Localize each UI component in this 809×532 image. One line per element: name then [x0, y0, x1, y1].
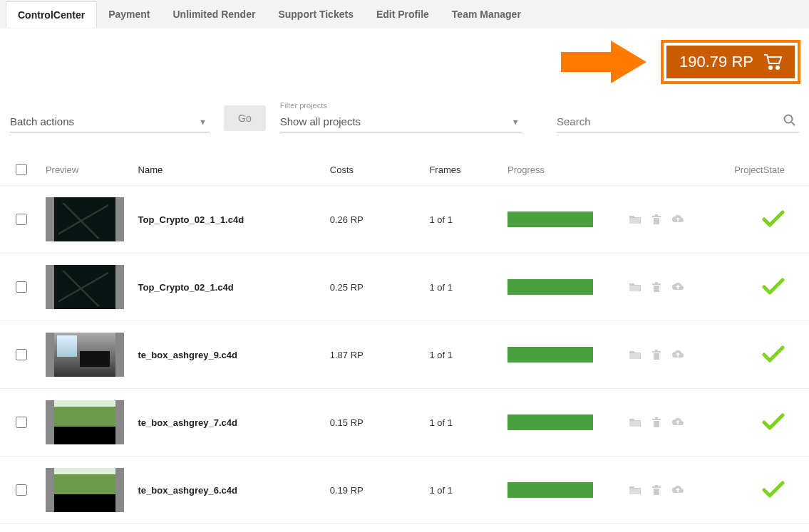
tab-support-tickets[interactable]: Support Tickets	[267, 1, 365, 27]
search-icon[interactable]	[783, 114, 796, 129]
folder-icon[interactable]	[629, 348, 641, 361]
row-checkbox[interactable]	[16, 281, 27, 293]
balance-text: 190.79 RP	[679, 53, 753, 71]
project-costs: 1.87 RP	[330, 350, 430, 360]
filter-projects-dropdown[interactable]: Show all projects ▼	[280, 111, 522, 132]
project-costs: 0.15 RP	[330, 417, 430, 428]
table-body: Top_Crypto_02_1_1.c4d0.26 RP1 of 1Top_Cr…	[0, 186, 809, 524]
table-header: Preview Name Costs Frames Progress Proje…	[0, 154, 809, 186]
progress-bar	[507, 482, 593, 498]
svg-line-4	[792, 122, 795, 126]
preview-thumbnail[interactable]	[46, 468, 124, 512]
progress-bar	[507, 414, 593, 430]
table-row: te_box_ashgrey_6.c4d0.19 RP1 of 1	[0, 457, 809, 524]
project-name: Top_Crypto_02_1.c4d	[138, 282, 330, 293]
preview-thumbnail[interactable]	[46, 333, 124, 377]
project-state-done	[713, 345, 799, 365]
tab-team-manager[interactable]: Team Manager	[440, 1, 532, 27]
select-all-checkbox[interactable]	[16, 164, 27, 175]
col-preview: Preview	[46, 165, 138, 175]
trash-icon[interactable]	[650, 416, 663, 429]
cloud-upload-icon[interactable]	[671, 213, 684, 226]
project-state-done	[713, 277, 799, 298]
svg-point-1	[769, 66, 772, 69]
trash-icon[interactable]	[650, 484, 663, 496]
svg-marker-0	[561, 41, 646, 83]
project-costs: 0.19 RP	[330, 485, 430, 496]
cloud-upload-icon[interactable]	[671, 348, 684, 361]
svg-point-2	[776, 66, 779, 69]
row-checkbox[interactable]	[16, 349, 27, 360]
tab-controlcenter[interactable]: ControlCenter	[6, 1, 97, 28]
batch-actions-label: Batch actions	[10, 115, 74, 127]
folder-icon[interactable]	[629, 416, 641, 429]
go-button[interactable]: Go	[224, 105, 266, 131]
project-frames: 1 of 1	[429, 214, 507, 225]
project-name: Top_Crypto_02_1_1.c4d	[138, 214, 330, 225]
filter-projects-value: Show all projects	[280, 115, 361, 127]
project-state-done	[713, 209, 799, 230]
balance-highlight-box: 190.79 RP	[661, 40, 800, 84]
trash-icon[interactable]	[650, 281, 663, 293]
project-frames: 1 of 1	[429, 417, 507, 428]
col-name: Name	[138, 165, 330, 175]
filter-caption: Filter projects	[280, 101, 522, 110]
table-row: Top_Crypto_02_1_1.c4d0.26 RP1 of 1	[0, 186, 809, 254]
table-row: te_box_ashgrey_7.c4d0.15 RP1 of 1	[0, 389, 809, 457]
svg-point-3	[785, 115, 793, 123]
tabs-bar: ControlCenterPaymentUnlimited RenderSupp…	[0, 0, 809, 28]
trash-icon[interactable]	[650, 348, 663, 361]
chevron-down-icon: ▼	[199, 118, 207, 126]
cloud-upload-icon[interactable]	[671, 281, 684, 293]
balance-row: 190.79 RP	[0, 28, 809, 101]
col-progress: Progress	[507, 165, 629, 175]
preview-thumbnail[interactable]	[46, 400, 124, 444]
batch-actions-group: Batch actions ▼	[10, 111, 210, 132]
project-costs: 0.25 RP	[330, 282, 430, 293]
tab-unlimited-render[interactable]: Unlimited Render	[161, 1, 267, 27]
cart-icon	[763, 54, 782, 70]
preview-thumbnail[interactable]	[46, 197, 124, 241]
filter-projects-group: Filter projects Show all projects ▼	[280, 101, 522, 132]
trash-icon[interactable]	[650, 213, 663, 226]
col-costs: Costs	[330, 165, 430, 175]
batch-actions-dropdown[interactable]: Batch actions ▼	[10, 111, 210, 132]
project-costs: 0.26 RP	[330, 214, 430, 225]
project-frames: 1 of 1	[429, 350, 507, 360]
progress-bar	[507, 347, 593, 363]
row-checkbox[interactable]	[16, 484, 27, 496]
folder-icon[interactable]	[629, 281, 641, 293]
project-name: te_box_ashgrey_7.c4d	[138, 417, 330, 428]
project-name: te_box_ashgrey_6.c4d	[138, 485, 330, 496]
annotation-arrow	[561, 41, 646, 83]
tab-payment[interactable]: Payment	[97, 1, 161, 27]
row-checkbox[interactable]	[16, 214, 27, 225]
projects-table: Preview Name Costs Frames Progress Proje…	[0, 154, 809, 524]
table-row: Top_Crypto_02_1.c4d0.25 RP1 of 1	[0, 254, 809, 321]
progress-bar	[507, 212, 593, 227]
balance-button[interactable]: 190.79 RP	[666, 46, 795, 78]
search-group	[557, 111, 799, 132]
cloud-upload-icon[interactable]	[671, 484, 684, 496]
folder-icon[interactable]	[629, 484, 641, 496]
search-input[interactable]	[557, 111, 799, 132]
table-row: te_box_ashgrey_9.c4d1.87 RP1 of 1	[0, 321, 809, 389]
progress-bar	[507, 279, 593, 295]
project-name: te_box_ashgrey_9.c4d	[138, 350, 330, 360]
col-frames: Frames	[429, 165, 507, 175]
project-frames: 1 of 1	[429, 282, 507, 293]
project-frames: 1 of 1	[429, 485, 507, 496]
project-state-done	[713, 480, 799, 501]
folder-icon[interactable]	[629, 213, 641, 226]
preview-thumbnail[interactable]	[46, 265, 124, 309]
cloud-upload-icon[interactable]	[671, 416, 684, 429]
chevron-down-icon: ▼	[512, 118, 520, 126]
project-state-done	[713, 412, 799, 433]
col-state: ProjectState	[713, 165, 799, 175]
filter-row: Batch actions ▼ Go Filter projects Show …	[0, 101, 809, 154]
tab-edit-profile[interactable]: Edit Profile	[365, 1, 440, 27]
row-checkbox[interactable]	[16, 417, 27, 428]
